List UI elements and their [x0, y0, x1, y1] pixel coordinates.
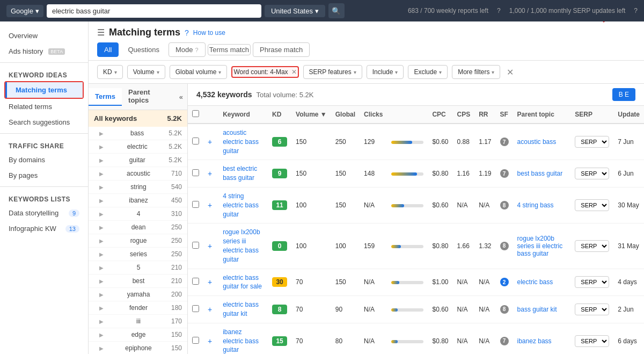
sidebar-item-by-pages[interactable]: By pages [0, 168, 88, 183]
sidebar-item-by-domains[interactable]: By domains [0, 152, 88, 168]
keyword-link[interactable]: electric bass guitar for sale [223, 274, 262, 291]
serp-select[interactable]: SERP [575, 276, 609, 288]
row-checkbox[interactable] [188, 187, 203, 223]
kp-tab-parent-topics[interactable]: Parent topics [122, 84, 175, 110]
sidebar-item-data-storytelling[interactable]: Data storytelling 9 [0, 205, 88, 221]
keyword-link[interactable]: acoustic electric bass guitar [223, 129, 259, 155]
how-to-use-link[interactable]: How to use [193, 29, 225, 37]
keyword-list-item[interactable]: ▶dean250 [89, 221, 187, 234]
parent-topic-link[interactable]: acoustic bass [517, 138, 557, 146]
keyword-list-item[interactable]: ▶rogue250 [89, 234, 187, 248]
keyword-list-item[interactable]: ▶iii170 [89, 315, 187, 328]
keyword-link[interactable]: best electric bass guitar [223, 165, 257, 182]
more-filters[interactable]: More filters ▾ [452, 65, 500, 79]
serp-features-filter[interactable]: SERP features ▾ [303, 65, 362, 79]
keyword-list-item[interactable]: ▶guitar5.2K [89, 154, 187, 167]
sidebar-item-related-terms[interactable]: Related terms [0, 99, 88, 114]
keyword-list-item[interactable]: ▶electric5.2K [89, 140, 187, 154]
kp-tab-terms[interactable]: Terms [89, 88, 122, 106]
keyword-list-item[interactable]: ▶bass5.2K [89, 127, 187, 140]
tab-all[interactable]: All [97, 42, 119, 57]
row-checkbox-input[interactable] [192, 169, 199, 176]
parent-topic-link[interactable]: electric bass [517, 278, 553, 286]
row-checkbox[interactable] [188, 269, 203, 296]
word-count-filter[interactable]: Word count: 4-Max ✕ [231, 66, 298, 78]
parent-topic-link[interactable]: bass guitar kit [517, 306, 557, 313]
keyword-list-item[interactable]: ▶edge150 [89, 328, 187, 342]
row-checkbox[interactable] [188, 223, 203, 269]
row-add[interactable]: + [203, 323, 218, 354]
row-checkbox-input[interactable] [192, 242, 199, 249]
serp-select[interactable]: SERP [575, 304, 609, 315]
row-serp[interactable]: SERP [570, 223, 613, 269]
engine-select[interactable]: Google ▾ [6, 5, 43, 17]
hamburger-icon[interactable]: ☰ [97, 27, 105, 38]
search-input[interactable]: electric bass guitar [47, 4, 261, 18]
keyword-link[interactable]: rogue lx200b series iii electric bass gu… [223, 228, 260, 263]
row-checkbox-input[interactable] [192, 138, 199, 145]
keyword-link[interactable]: ibanez electric bass guitar [223, 328, 259, 354]
add-keyword-btn[interactable]: + [208, 201, 212, 209]
sidebar-item-overview[interactable]: Overview [0, 28, 88, 44]
keyword-list-item[interactable]: ▶5210 [89, 261, 187, 274]
select-all-checkbox[interactable] [192, 110, 199, 117]
row-serp[interactable]: SERP [570, 269, 613, 296]
keyword-list-item[interactable]: ▶yamaha200 [89, 288, 187, 301]
keyword-list-item[interactable]: ▶string540 [89, 180, 187, 194]
col-volume[interactable]: Volume ▼ [291, 106, 331, 124]
serp-select[interactable]: SERP [575, 168, 609, 179]
row-checkbox[interactable] [188, 296, 203, 323]
serp-select[interactable]: SERP [575, 240, 609, 252]
tab-questions[interactable]: Questions [121, 42, 166, 57]
parent-topic-link[interactable]: ibanez bass [517, 337, 552, 345]
add-keyword-btn[interactable]: + [208, 169, 212, 178]
global-volume-filter[interactable]: Global volume ▾ [170, 65, 228, 79]
tab-mode[interactable]: Mode ? [169, 42, 206, 57]
row-serp[interactable]: SERP [570, 323, 613, 354]
add-keyword-btn[interactable]: + [208, 337, 212, 345]
all-keywords-row[interactable]: All keywords 5.2K [89, 110, 187, 127]
clear-filters-button[interactable]: ✕ [507, 67, 514, 77]
row-add[interactable]: + [203, 269, 218, 296]
row-add[interactable]: + [203, 223, 218, 269]
add-keyword-btn[interactable]: + [208, 242, 212, 250]
include-filter[interactable]: Include ▾ [367, 65, 404, 79]
row-checkbox[interactable] [188, 124, 203, 160]
row-add[interactable]: + [203, 187, 218, 223]
sidebar-item-search-suggestions[interactable]: Search suggestions [0, 114, 88, 130]
parent-topic-link[interactable]: 4 string bass [517, 201, 554, 209]
keyword-list-item[interactable]: ▶best210 [89, 274, 187, 288]
serp-select[interactable]: SERP [575, 335, 609, 347]
sidebar-item-infographic-kw[interactable]: Infographic KW 13 [0, 221, 88, 236]
row-serp[interactable]: SERP [570, 187, 613, 223]
sidebar-item-matching-terms[interactable]: Matching terms [5, 82, 83, 98]
export-button[interactable]: B E [612, 88, 635, 101]
keyword-list-item[interactable]: ▶fender180 [89, 301, 187, 315]
row-checkbox-input[interactable] [192, 278, 199, 285]
add-keyword-btn[interactable]: + [208, 305, 212, 314]
row-serp[interactable]: SERP [570, 124, 613, 160]
country-select[interactable]: United States ▾ [265, 5, 325, 17]
row-checkbox-input[interactable] [192, 201, 199, 208]
keyword-list-item[interactable]: ▶acoustic710 [89, 167, 187, 180]
row-checkbox-input[interactable] [192, 305, 199, 312]
row-serp[interactable]: SERP [570, 296, 613, 323]
serp-select[interactable]: SERP [575, 199, 609, 211]
tab-terms-match[interactable]: Terms match [208, 44, 251, 55]
search-button[interactable]: 🔍 [328, 3, 345, 18]
row-add[interactable]: + [203, 160, 218, 187]
row-checkbox[interactable] [188, 323, 203, 354]
add-keyword-btn[interactable]: + [208, 278, 212, 286]
row-serp[interactable]: SERP [570, 160, 613, 187]
keyword-list-item[interactable]: ▶4310 [89, 207, 187, 221]
parent-topic-link[interactable]: rogue lx200b series iii electric bass gu… [517, 235, 563, 257]
word-count-close[interactable]: ✕ [291, 68, 297, 76]
serp-select[interactable]: SERP [575, 136, 609, 148]
add-keyword-btn[interactable]: + [208, 138, 212, 146]
keyword-list-item[interactable]: ▶epiphone150 [89, 342, 187, 354]
volume-filter[interactable]: Volume ▾ [127, 65, 165, 79]
keyword-list-item[interactable]: ▶series250 [89, 248, 187, 261]
exclude-filter[interactable]: Exclude ▾ [408, 65, 448, 79]
sidebar-item-ads-history[interactable]: Ads history BETA [0, 44, 88, 59]
keyword-list-item[interactable]: ▶ibanez450 [89, 194, 187, 207]
